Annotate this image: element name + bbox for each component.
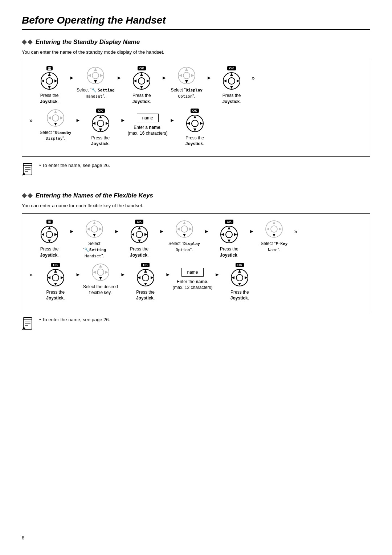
arrow-5: ► <box>75 109 81 123</box>
svg-marker-93 <box>279 228 282 230</box>
svg-marker-104 <box>93 271 96 274</box>
svg-marker-84 <box>228 227 230 229</box>
grid-badge-2: ◫ <box>46 220 53 224</box>
svg-marker-37 <box>60 117 63 119</box>
step-3-4: Select "DisplayOption". <box>164 220 204 253</box>
svg-marker-97 <box>54 283 57 286</box>
step-2-3-label: Enter a name.(max. 16 characters) <box>128 125 168 137</box>
step-3-4-label: Select "DisplayOption". <box>168 241 200 253</box>
svg-marker-11 <box>94 80 97 83</box>
svg-marker-74 <box>131 233 134 236</box>
svg-marker-31 <box>237 79 240 82</box>
svg-marker-69 <box>99 228 102 230</box>
step-1-4-label: Select "DisplayOption". <box>171 87 203 99</box>
svg-marker-23 <box>185 80 188 83</box>
svg-marker-5 <box>48 86 51 89</box>
step-1-2: Select "🔧 SettingHandset". <box>74 66 117 99</box>
svg-marker-85 <box>228 240 230 242</box>
step-3-3-label: Press theJoystick. <box>130 246 148 258</box>
svg-marker-56 <box>22 193 27 198</box>
svg-marker-67 <box>93 234 96 237</box>
step-3-5-icon: OK <box>220 220 238 244</box>
svg-marker-79 <box>183 234 186 237</box>
step-2-4-label: Press theJoystick. <box>185 135 204 147</box>
svg-marker-42 <box>93 122 95 125</box>
svg-marker-109 <box>144 283 147 286</box>
arrow-6: ► <box>121 109 126 123</box>
step-1-5-label: Press theJoystick. <box>222 93 241 105</box>
svg-point-15 <box>138 78 145 84</box>
svg-marker-48 <box>187 122 190 125</box>
step-1-1-icon: ◫ <box>40 66 59 90</box>
arrow-16: ► <box>215 263 220 277</box>
step-2-4: OK Press theJoystick. <box>175 109 215 147</box>
section1-row2: » Select "StandbyDisplay". ► <box>29 109 363 147</box>
svg-marker-98 <box>48 276 50 279</box>
joystick-icon <box>40 72 59 90</box>
svg-marker-40 <box>99 115 102 118</box>
section-standby-display: Entering the Standby Display Name You ca… <box>22 38 370 179</box>
step-3-4-icon <box>175 220 194 238</box>
svg-marker-1 <box>28 40 33 45</box>
step-1-5-icon: OK <box>222 66 241 90</box>
svg-point-39 <box>97 120 104 127</box>
step-1-4-icon <box>177 66 196 85</box>
step-1-1-label: Press theJoystick. <box>40 93 58 105</box>
svg-point-59 <box>46 231 53 238</box>
diamond-icons-2 <box>22 193 33 198</box>
step-1-3-icon: OK <box>132 66 151 90</box>
section2-note-text: • To enter the name, see page 26. <box>39 317 110 322</box>
step-1-2-icon <box>86 66 105 85</box>
arrow-10: ► <box>159 220 164 234</box>
svg-point-89 <box>271 226 277 232</box>
section1-instruction-box: ◫ Press theJoystick. ► <box>22 60 370 157</box>
ok-badge-2: OK <box>227 66 236 70</box>
svg-marker-35 <box>54 123 57 126</box>
section1-note: • To enter the name, see page 26. <box>22 163 370 179</box>
svg-marker-36 <box>48 117 51 119</box>
page-number: 8 <box>22 535 24 540</box>
step-3-6-label: Select "F-KeyName". <box>261 241 287 253</box>
svg-marker-91 <box>273 234 275 237</box>
svg-marker-66 <box>93 221 96 224</box>
svg-marker-57 <box>28 193 33 198</box>
arrow-double-4: » <box>29 263 36 278</box>
svg-marker-12 <box>88 74 91 77</box>
svg-marker-87 <box>234 233 237 236</box>
arrow-9: ► <box>114 220 119 234</box>
svg-marker-17 <box>140 86 143 89</box>
ok-badge-5: OK <box>135 220 144 224</box>
svg-marker-46 <box>193 115 196 118</box>
svg-marker-16 <box>140 73 143 76</box>
note-icon-2 <box>22 317 35 333</box>
svg-point-33 <box>52 115 59 121</box>
svg-marker-29 <box>230 86 233 89</box>
diamond-icons <box>22 40 33 45</box>
svg-marker-34 <box>54 110 57 113</box>
svg-marker-102 <box>99 265 102 268</box>
svg-marker-19 <box>147 79 150 82</box>
step-4-5-icon: OK <box>230 263 249 287</box>
svg-marker-22 <box>185 68 188 71</box>
svg-point-3 <box>46 78 53 84</box>
step-1-3-label: Press theJoystick. <box>132 93 151 105</box>
step-1-2-label: Select "🔧 SettingHandset". <box>77 87 115 99</box>
section2-instruction-box: ◫ Press theJoystick. ► <box>22 213 370 311</box>
svg-marker-4 <box>48 73 51 76</box>
svg-marker-13 <box>100 74 103 77</box>
section1-desc: You can enter the name of the standby mo… <box>22 49 370 55</box>
svg-rect-118 <box>23 318 32 329</box>
svg-marker-47 <box>193 128 196 131</box>
step-3-2-icon <box>85 220 104 238</box>
step-3-2-label: Select"🔧SettingHandset". <box>83 241 106 259</box>
page-title: Before Operating the Handset <box>22 15 370 30</box>
step-1-3: OK Press theJoystick. <box>122 66 162 105</box>
step-2-3-icon: name <box>137 114 159 122</box>
svg-marker-117 <box>245 276 248 279</box>
ok-badge-9: OK <box>236 263 244 267</box>
arrow-4: ► <box>207 66 212 81</box>
svg-marker-18 <box>134 79 136 82</box>
step-2-4-icon: OK <box>185 109 204 133</box>
step-3-6: Select "F-KeyName". <box>254 220 294 253</box>
step-2-2-icon: OK <box>91 109 110 133</box>
